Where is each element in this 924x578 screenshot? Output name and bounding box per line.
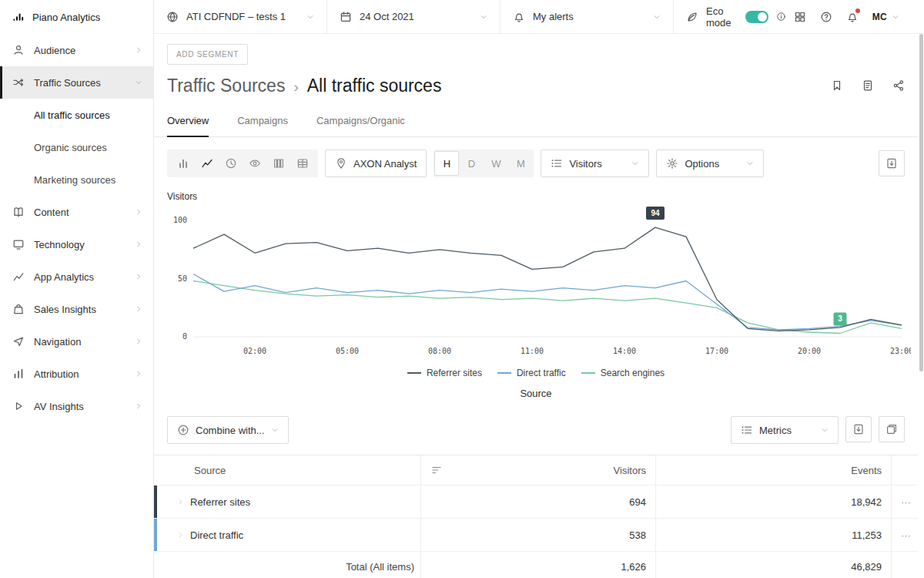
- download-table-button[interactable]: [879, 416, 905, 442]
- sidebar-item-traffic-sources[interactable]: Traffic Sources: [0, 66, 153, 99]
- gear-icon: [666, 157, 678, 170]
- table-header-row: Source Visitors Events: [154, 455, 918, 486]
- sidebar: Piano Analytics AudienceTraffic SourcesA…: [0, 0, 154, 578]
- alerts-selector[interactable]: My alerts: [500, 0, 674, 33]
- list-icon: [551, 157, 563, 170]
- chart-type-bar-button[interactable]: [171, 152, 195, 175]
- sidebar-item-audience[interactable]: Audience: [0, 34, 153, 66]
- eco-mode-toggle[interactable]: [745, 11, 768, 23]
- tab-campaigns-organic[interactable]: Campaigns/Organic: [316, 107, 405, 136]
- chart-dimension-label: Source: [167, 388, 905, 399]
- add-segment-button[interactable]: ADD SEGMENT: [167, 44, 248, 65]
- chevron-right-icon[interactable]: [177, 532, 184, 539]
- table-row-referrer-sites[interactable]: Referrer sites69418,942···: [154, 486, 918, 519]
- chevron-right-icon: [135, 240, 142, 248]
- svg-text:05:00: 05:00: [336, 347, 359, 355]
- sidebar-item-app-analytics[interactable]: App Analytics: [0, 260, 153, 293]
- chevron-right-icon: [135, 338, 142, 345]
- row-source-cell[interactable]: Referrer sites: [154, 486, 421, 518]
- svg-text:02:00: 02:00: [243, 347, 266, 355]
- sidebar-subitem-all-traffic-sources[interactable]: All traffic sources: [0, 99, 153, 131]
- row-menu-button[interactable]: ···: [892, 519, 918, 551]
- calendar-icon: [340, 11, 352, 23]
- export-icon: [852, 423, 865, 435]
- columns-icon: [273, 157, 285, 170]
- legend-item-referrer-sites[interactable]: Referrer sites: [407, 368, 482, 378]
- tab-label: Overview: [167, 115, 209, 126]
- scrollbar[interactable]: [919, 34, 923, 578]
- column-header-visitors[interactable]: Visitors: [421, 455, 656, 485]
- app-logo[interactable]: Piano Analytics: [0, 0, 153, 34]
- export-chart-button[interactable]: [879, 150, 905, 176]
- bookmark-icon[interactable]: [831, 79, 843, 92]
- granularity-h-button[interactable]: H: [434, 151, 459, 176]
- column-header-source[interactable]: Source: [154, 455, 421, 485]
- chevron-down-icon: [821, 426, 829, 434]
- legend-item-direct-traffic[interactable]: Direct traffic: [497, 368, 566, 378]
- user-menu[interactable]: MC: [872, 12, 899, 22]
- axon-analyst-button[interactable]: AXON Analyst: [325, 150, 427, 177]
- row-source-label: Direct traffic: [190, 529, 243, 541]
- legend-item-search-engines[interactable]: Search engines: [581, 368, 665, 378]
- table-row-direct-traffic[interactable]: Direct traffic53811,253···: [154, 519, 918, 552]
- legend-label: Search engines: [601, 368, 665, 378]
- legend-label: Referrer sites: [427, 368, 482, 378]
- report-icon[interactable]: [862, 79, 874, 92]
- row-events-value: 18,942: [851, 496, 882, 508]
- row-source-cell[interactable]: Direct traffic: [154, 519, 421, 551]
- combine-with-button[interactable]: Combine with...: [167, 416, 289, 444]
- sidebar-item-content[interactable]: Content: [0, 196, 153, 228]
- chart-type-eye-button[interactable]: [243, 152, 266, 175]
- metrics-dropdown[interactable]: Metrics: [731, 416, 839, 444]
- chart-type-line-button[interactable]: [195, 152, 219, 175]
- sidebar-item-av-insights[interactable]: AV Insights: [0, 390, 153, 422]
- chart-type-clock-button[interactable]: [219, 152, 243, 175]
- date-picker[interactable]: 24 Oct 2021: [327, 0, 500, 33]
- sidebar-item-navigation[interactable]: Navigation: [0, 325, 153, 358]
- options-dropdown[interactable]: Options: [656, 150, 764, 177]
- sidebar-item-attribution[interactable]: Attribution: [0, 358, 153, 390]
- chevron-right-icon: [135, 402, 142, 410]
- breadcrumb-parent[interactable]: Traffic Sources: [167, 76, 285, 96]
- tab-label: Campaigns: [237, 115, 288, 126]
- total-label-cell: Total (All items): [154, 552, 421, 578]
- metric-dropdown[interactable]: Visitors: [541, 150, 649, 177]
- tab-campaigns[interactable]: Campaigns: [237, 107, 288, 136]
- sidebar-subitem-organic-sources[interactable]: Organic sources: [0, 131, 153, 163]
- sidebar-item-technology[interactable]: Technology: [0, 228, 153, 260]
- granularity-d-button[interactable]: D: [459, 151, 484, 176]
- sidebar-item-label: Traffic Sources: [34, 77, 101, 89]
- apps-grid-icon[interactable]: [794, 11, 806, 23]
- chevron-right-icon[interactable]: [177, 499, 184, 506]
- breadcrumb: Traffic Sources › All traffic sources: [167, 76, 441, 96]
- info-icon[interactable]: [776, 12, 786, 22]
- row-menu-button[interactable]: ···: [892, 486, 918, 518]
- sidebar-subitem-marketing-sources[interactable]: Marketing sources: [0, 163, 153, 196]
- granularity-switcher: HDWM: [434, 150, 534, 177]
- tab-overview[interactable]: Overview: [167, 107, 209, 137]
- metrics-dropdown-label: Metrics: [759, 425, 792, 436]
- traffic-sources-icon: [12, 76, 25, 89]
- svg-text:23:00: 23:00: [890, 347, 911, 355]
- table-total-row: Total (All items) 1,626 46,829: [154, 552, 918, 578]
- sidebar-item-sales-insights[interactable]: Sales Insights: [0, 293, 153, 325]
- chart-type-table-button[interactable]: [290, 152, 314, 175]
- bell-icon: [513, 11, 525, 23]
- granularity-m-button[interactable]: M: [508, 151, 533, 176]
- help-icon[interactable]: [820, 11, 832, 23]
- chevron-right-icon: [135, 273, 142, 281]
- chevron-down-icon: [746, 160, 754, 167]
- scrollbar-thumb[interactable]: [919, 34, 923, 371]
- notifications-bell-icon[interactable]: [846, 11, 859, 23]
- globe-icon: [166, 11, 179, 23]
- column-header-events[interactable]: Events: [656, 455, 892, 485]
- site-selector[interactable]: ATI CDFNDF – tests 1: [154, 0, 327, 33]
- svg-text:20:00: 20:00: [798, 347, 821, 355]
- export-table-button[interactable]: [845, 416, 872, 442]
- visitors-line-chart[interactable]: 05010002:0005:0008:0011:0014:0017:0020:0…: [167, 205, 911, 363]
- metric-dropdown-label: Visitors: [569, 158, 601, 170]
- eco-leaf-icon: [686, 11, 698, 23]
- granularity-w-button[interactable]: W: [484, 151, 508, 176]
- chart-type-columns-button[interactable]: [266, 152, 290, 175]
- share-icon[interactable]: [892, 79, 905, 92]
